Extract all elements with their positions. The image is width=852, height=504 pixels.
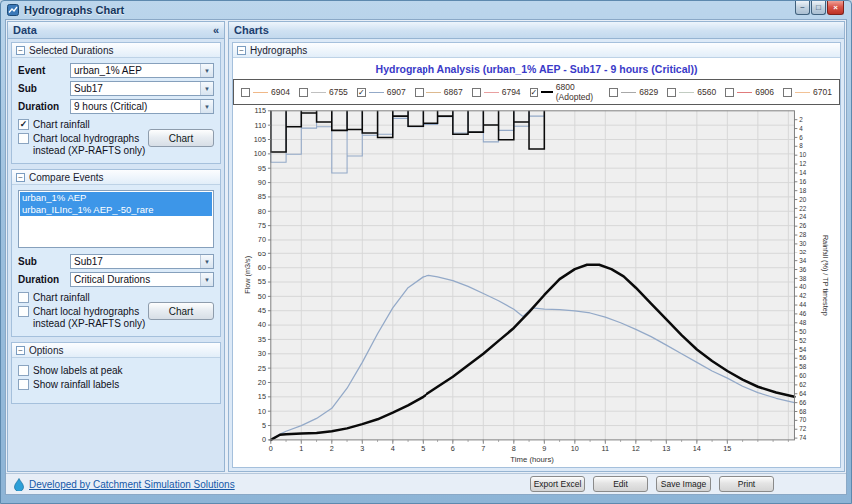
legend-checkbox[interactable]	[609, 88, 618, 97]
compare-duration-select[interactable]: Critical Durations	[70, 272, 214, 287]
legend-item-6701: 6701	[783, 87, 832, 97]
legend-line-sample	[795, 92, 810, 93]
chevron-down-icon[interactable]	[200, 64, 213, 77]
compare-sub-select[interactable]: Sub17	[70, 254, 214, 269]
svg-text:56: 56	[799, 354, 806, 361]
svg-text:30: 30	[258, 349, 266, 358]
svg-text:55: 55	[258, 277, 266, 286]
svg-text:105: 105	[254, 135, 266, 144]
legend-checkbox[interactable]	[357, 88, 366, 97]
svg-text:5: 5	[262, 421, 266, 430]
svg-text:2: 2	[330, 445, 334, 454]
svg-text:62: 62	[799, 381, 806, 388]
svg-text:13: 13	[662, 445, 670, 454]
compare-chart-local-label: Chart local hydrographs instead (XP-RAFT…	[33, 306, 148, 330]
compare-events-list[interactable]: urban_1% AEPurban_ILInc_1% AEP_-50_rare	[18, 190, 214, 248]
svg-text:35: 35	[258, 335, 266, 344]
svg-text:14: 14	[799, 169, 806, 176]
chevron-down-icon[interactable]	[200, 100, 213, 113]
legend-checkbox[interactable]	[299, 88, 308, 97]
compare-events-title: Compare Events	[29, 172, 103, 183]
svg-text:58: 58	[799, 363, 806, 370]
svg-text:70: 70	[258, 235, 266, 244]
compare-event-item[interactable]: urban_ILInc_1% AEP_-50_rare	[20, 204, 212, 216]
svg-text:50: 50	[258, 292, 266, 301]
legend-checkbox[interactable]	[783, 88, 792, 97]
chart-title: Hydrograph Analysis (urban_1% AEP - Sub1…	[376, 63, 698, 75]
svg-text:64: 64	[799, 390, 806, 397]
legend-checkbox[interactable]	[725, 88, 734, 97]
svg-text:20: 20	[258, 378, 266, 387]
sub-select[interactable]: Sub17	[70, 81, 214, 96]
svg-text:26: 26	[799, 222, 806, 229]
svg-text:110: 110	[254, 121, 266, 130]
legend-label: 6701	[813, 87, 832, 97]
maximize-button[interactable]: □	[811, 1, 826, 15]
legend-item-6755: 6755	[299, 87, 348, 97]
svg-text:Time (hours): Time (hours)	[510, 455, 554, 464]
event-select[interactable]: urban_1% AEP	[70, 63, 214, 78]
compare-chart-rainfall-checkbox[interactable]	[18, 292, 29, 303]
show-labels-at-peak-label: Show labels at peak	[33, 365, 123, 377]
compare-event-item[interactable]: urban_1% AEP	[20, 192, 212, 204]
collapse-group-icon[interactable]	[16, 346, 25, 355]
collapse-data-panel-button[interactable]: «	[213, 25, 219, 35]
hydrographs-group-header: Hydrographs	[233, 43, 840, 58]
minimize-button[interactable]: −	[795, 1, 810, 15]
save-image-button[interactable]: Save Image	[656, 476, 711, 492]
chart-local-hydrographs-checkbox[interactable]	[18, 133, 29, 144]
show-labels-at-peak-checkbox[interactable]	[18, 365, 29, 376]
legend-checkbox[interactable]	[241, 88, 250, 97]
data-panel-header: Data «	[8, 22, 224, 39]
chevron-down-icon[interactable]	[200, 82, 213, 95]
window-controls: − □ ×	[795, 1, 844, 15]
chart-button-selected[interactable]: Chart	[148, 129, 214, 147]
charts-panel-body: Hydrographs Hydrograph Analysis (urban_1…	[229, 39, 844, 471]
legend-checkbox[interactable]	[415, 88, 424, 97]
legend-checkbox[interactable]	[472, 88, 481, 97]
legend-checkbox[interactable]	[667, 88, 676, 97]
duration-value: 9 hours (Critical)	[74, 101, 200, 112]
svg-text:1: 1	[299, 445, 303, 454]
chevron-down-icon[interactable]	[200, 255, 213, 268]
window-title: Hydrographs Chart	[24, 4, 124, 16]
chart-button-compare[interactable]: Chart	[148, 302, 214, 320]
svg-text:70: 70	[799, 417, 806, 424]
svg-text:32: 32	[799, 249, 806, 255]
legend-line-sample	[484, 92, 499, 93]
svg-text:48: 48	[799, 319, 806, 326]
svg-text:52: 52	[799, 337, 806, 344]
svg-text:22: 22	[799, 205, 806, 212]
compare-chart-rainfall-label: Chart rainfall	[33, 292, 90, 304]
collapse-group-icon[interactable]	[16, 173, 25, 182]
svg-text:54: 54	[799, 346, 806, 353]
data-panel-body: Selected Durations Event urban_1% AEP	[8, 39, 224, 471]
svg-text:8: 8	[799, 142, 803, 149]
collapse-group-icon[interactable]	[16, 46, 25, 55]
svg-text:0: 0	[262, 435, 266, 444]
water-drop-icon	[14, 478, 24, 491]
svg-text:36: 36	[799, 266, 806, 273]
svg-text:24: 24	[799, 213, 806, 220]
collapse-group-icon[interactable]	[237, 46, 246, 55]
legend-label: 6560	[697, 87, 716, 97]
legend-checkbox[interactable]	[530, 88, 539, 97]
selected-durations-header: Selected Durations	[12, 43, 220, 58]
chart-local-hydrographs-label: Chart local hydrographs instead (XP-RAFT…	[33, 133, 148, 157]
close-button[interactable]: ×	[827, 1, 844, 15]
chevron-down-icon[interactable]	[200, 273, 213, 286]
compare-duration-value: Critical Durations	[74, 274, 200, 285]
edit-button[interactable]: Edit	[593, 476, 648, 492]
options-title: Options	[29, 345, 63, 356]
selected-durations-title: Selected Durations	[29, 45, 114, 56]
chart-rainfall-checkbox[interactable]	[18, 119, 29, 130]
print-button[interactable]: Print	[719, 476, 774, 492]
data-panel-title: Data	[13, 24, 37, 36]
export-excel-button[interactable]: Export Excel	[530, 476, 585, 492]
show-rainfall-labels-checkbox[interactable]	[18, 379, 29, 390]
selected-durations-body: Event urban_1% AEP Sub Sub17	[12, 58, 220, 163]
duration-select[interactable]: 9 hours (Critical)	[70, 99, 214, 114]
svg-text:Flow (m3/s): Flow (m3/s)	[243, 256, 252, 294]
developer-link[interactable]: Developed by Catchment Simulation Soluti…	[14, 478, 235, 491]
compare-chart-local-checkbox[interactable]	[18, 306, 29, 317]
